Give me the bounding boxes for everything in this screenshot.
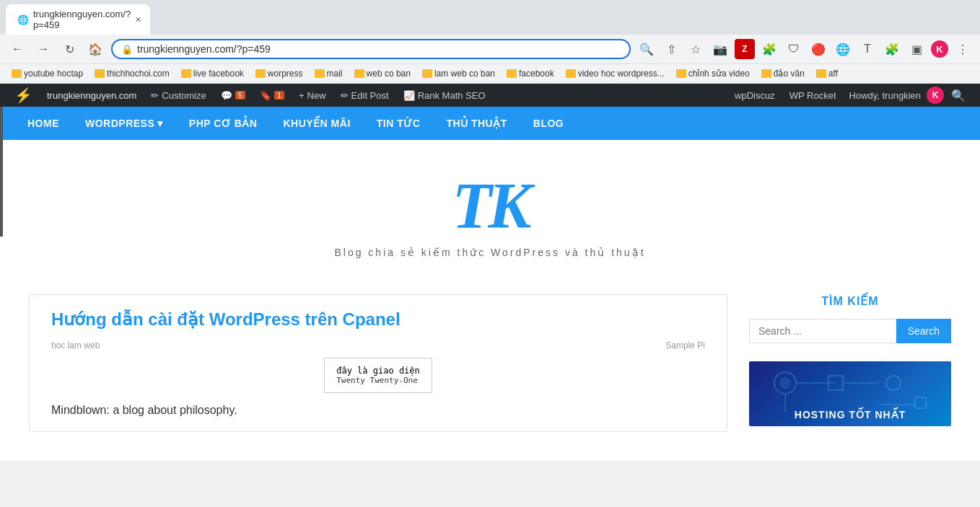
bookmark-chinh-sua-video[interactable]: chỉnh sửa video: [672, 66, 754, 81]
bookmark-youtube[interactable]: youtube hoctap: [7, 66, 87, 81]
bookmark-aff[interactable]: aff: [812, 66, 842, 81]
url-input[interactable]: [137, 43, 621, 55]
edit-icon: ✏: [341, 90, 349, 101]
nav-php[interactable]: PHP CƠ BẢN: [176, 107, 271, 140]
avatar[interactable]: K: [927, 87, 944, 104]
post-excerpt: Mindblown: a blog about philosophy.: [51, 404, 705, 417]
search-widget: TÌM KIẾM Search: [749, 294, 951, 343]
nav-php-label: PHP CƠ BẢN: [189, 118, 258, 129]
search-input[interactable]: [749, 319, 896, 343]
bookmark-label: mail: [327, 69, 343, 79]
customize-link[interactable]: ✏ Customize: [144, 84, 213, 107]
main-content: Hướng dẫn cài đặt WordPress trên Cpanel …: [29, 294, 727, 446]
site-name-text: trungkiennguyen.com: [47, 90, 136, 101]
rank-math-icon: 📈: [403, 90, 415, 101]
browser-nav-bar: ← → ↻ 🏠 🔒 🔍 ⇧ ☆ 📷 Z 🧩 🛡 🔴 🌐 T 🧩 ▣ K ⋮: [0, 35, 980, 64]
post-card: Hướng dẫn cài đặt WordPress trên Cpanel …: [29, 294, 727, 432]
bookmark-thichhochoi[interactable]: thichhochoi.com: [90, 66, 174, 81]
tab-close-button[interactable]: ✕: [135, 15, 141, 25]
bookmark-dao-van[interactable]: đảo văn: [757, 66, 809, 81]
ext3-icon[interactable]: 🔴: [808, 39, 828, 59]
dropdown-chevron-icon: ▾: [157, 118, 163, 129]
zotero-icon[interactable]: Z: [735, 39, 755, 59]
ext2-icon[interactable]: 🛡: [784, 39, 804, 59]
ext4-icon[interactable]: 🌐: [833, 39, 853, 59]
bookmark-label: lam web co ban: [434, 69, 495, 79]
hosting-text: HOSTING TỐT NHẤT: [789, 403, 911, 426]
home-button[interactable]: 🏠: [85, 39, 105, 59]
edit-post-label: Edit Post: [351, 90, 389, 101]
sidebar: TÌM KIẾM Search: [749, 294, 951, 446]
folder-icon: [816, 69, 826, 78]
wp-logo-icon: ⚡: [14, 87, 32, 104]
nav-thu-thuat[interactable]: THỦ THUẬT: [433, 107, 520, 140]
nav-khuyen-mai-label: KHUYẾN MÃI: [283, 118, 350, 129]
menu-icon[interactable]: ⋮: [953, 39, 973, 59]
bookmark-label: live facebook: [193, 69, 244, 79]
browser-chrome: 🌐 trungkiennguyen.com/?p=459 ✕ ← → ↻ 🏠 🔒…: [0, 0, 980, 84]
bookmark-label: facebook: [519, 69, 554, 79]
reload-button[interactable]: ↻: [59, 39, 79, 59]
bookmark-mail[interactable]: mail: [310, 66, 347, 81]
site-logo[interactable]: TK: [14, 169, 966, 243]
wp-rocket-link[interactable]: WP Rocket: [782, 84, 844, 107]
search-icon[interactable]: 🔍: [636, 39, 657, 59]
tooltip-line2: Twenty Twenty-One: [336, 376, 420, 385]
folder-icon: [12, 69, 22, 78]
new-label: New: [307, 90, 326, 101]
nav-home[interactable]: HOME: [14, 107, 72, 140]
share-icon[interactable]: ⇧: [661, 39, 681, 59]
site-header: TK Blog chia sẻ kiếm thức WordPress và t…: [0, 140, 980, 280]
bookmark-link[interactable]: 🔖 1: [253, 84, 292, 107]
bookmark-lam-web[interactable]: lam web co ban: [418, 66, 499, 81]
folder-icon: [422, 69, 432, 78]
bookmark-facebook[interactable]: facebook: [502, 66, 559, 81]
wp-logo-link[interactable]: ⚡: [7, 84, 40, 107]
hosting-widget: HOSTING TỐT NHẤT: [749, 361, 951, 426]
new-link[interactable]: + New: [292, 84, 333, 107]
search-button[interactable]: Search: [896, 319, 951, 343]
profile-icon[interactable]: K: [931, 40, 948, 58]
nav-khuyen-mai[interactable]: KHUYẾN MÃI: [270, 107, 363, 140]
customize-icon: ✏: [151, 90, 159, 101]
bookmark-video-hoc[interactable]: video hoc wordpress...: [561, 66, 669, 81]
site-tagline: Blog chia sẻ kiếm thức WordPress và thủ …: [14, 247, 966, 258]
main-layout: Hướng dẫn cài đặt WordPress trên Cpanel …: [0, 280, 980, 461]
comments-icon: 💬: [221, 90, 232, 101]
rank-math-link[interactable]: 📈 Rank Math SEO: [396, 84, 493, 107]
post-meta: hoc lam web Sample Pi: [51, 340, 705, 351]
bookmark-label: thichhochoi.com: [107, 69, 170, 79]
puzzle-icon[interactable]: 🧩: [882, 39, 902, 59]
ext1-icon[interactable]: 🧩: [759, 39, 779, 59]
forward-button[interactable]: →: [33, 39, 53, 59]
nav-wordpress[interactable]: WORDPRESS ▾: [72, 107, 176, 140]
post-meta-right: Sample Pi: [665, 340, 705, 351]
bookmark-label: aff: [828, 69, 838, 79]
admin-search-icon[interactable]: 🔍: [944, 89, 973, 102]
folder-icon: [566, 69, 576, 78]
customize-label: Customize: [162, 90, 206, 101]
nav-tin-tuc[interactable]: TIN TỨC: [364, 107, 434, 140]
post-category: hoc lam web: [51, 340, 100, 351]
bookmark-label: video hoc wordpress...: [578, 69, 665, 79]
edit-post-link[interactable]: ✏ Edit Post: [333, 84, 396, 107]
screenshot-icon[interactable]: 📷: [710, 39, 730, 59]
bookmark-live-facebook[interactable]: live facebook: [177, 66, 248, 81]
split-icon[interactable]: ▣: [906, 39, 927, 59]
nav-blog[interactable]: BLOG: [520, 107, 577, 140]
bookmark-worpress[interactable]: worpress: [251, 66, 307, 81]
back-button[interactable]: ←: [7, 39, 27, 59]
translate-icon[interactable]: T: [857, 39, 878, 59]
browser-tab[interactable]: 🌐 trungkiennguyen.com/?p=459 ✕: [6, 4, 150, 35]
nav-home-label: HOME: [27, 118, 59, 129]
address-bar[interactable]: 🔒: [111, 39, 631, 59]
wpdiscuz-link[interactable]: wpDiscuz: [727, 84, 782, 107]
bookmark-web-co-ban[interactable]: web co ban: [350, 66, 415, 81]
hosting-image[interactable]: HOSTING TỐT NHẤT: [749, 361, 951, 426]
avatar-letter: K: [932, 90, 939, 100]
site-name-link[interactable]: trungkiennguyen.com: [40, 84, 144, 107]
post-title-link[interactable]: Hướng dẫn cài đặt WordPress trên Cpanel: [51, 309, 705, 330]
bookmark-label: chỉnh sửa video: [688, 69, 750, 79]
star-icon[interactable]: ☆: [686, 39, 706, 59]
comments-link[interactable]: 💬 5: [214, 84, 253, 107]
